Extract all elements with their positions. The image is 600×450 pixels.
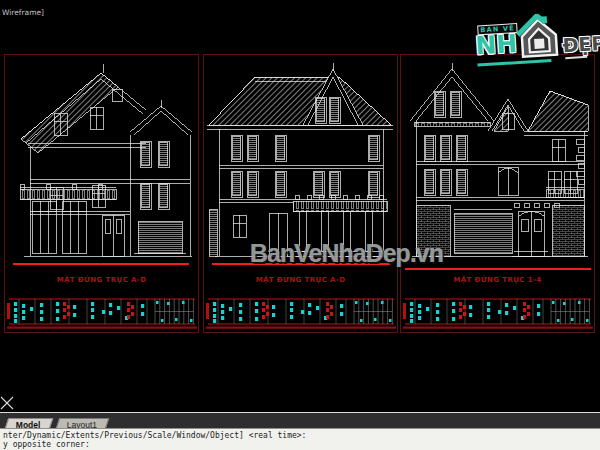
logo-house-icon <box>515 12 562 61</box>
logo-suffix-text: ĐẸP <box>562 32 600 57</box>
watermark-text: BanVeNhaDep.vn <box>250 239 443 268</box>
house-elevation-3 <box>402 59 592 261</box>
house-1-linework <box>20 64 192 256</box>
viewport-control-label: Wireframe] <box>2 8 44 17</box>
balustrade <box>293 201 387 211</box>
roof-hatch <box>209 77 391 125</box>
side-stair <box>209 209 217 256</box>
drawing-title-3: MẶT ĐỨNG TRỤC 1-4 <box>401 276 594 284</box>
drawing-panel-2[interactable]: MẶT ĐỨNG TRỤC A-D <box>203 54 398 333</box>
dentil-trim <box>414 122 490 126</box>
drawing-panel-1[interactable]: MẶT ĐỨNG TRỤC A-D <box>4 54 199 333</box>
dimension-strip-graphic <box>403 296 593 330</box>
ground-line <box>13 263 189 265</box>
drawing-panel-3[interactable]: MẶT ĐỨNG TRỤC 1-4 <box>400 54 595 333</box>
ground-line <box>405 268 591 270</box>
drawing-title-1: MẶT ĐỨNG TRỤC A-D <box>5 276 198 284</box>
drawing-title-2: MẶT ĐỨNG TRỤC A-D <box>204 276 397 284</box>
logo-main-text: NH <box>474 29 518 61</box>
dimension-strip-1 <box>7 296 197 330</box>
command-line-1: nter/Dynamic/Extents/Previous/Scale/Wind… <box>3 431 600 440</box>
command-line-panel[interactable]: nter/Dynamic/Extents/Previous/Scale/Wind… <box>0 428 600 450</box>
tab-bar: Model Layout1 <box>0 412 600 428</box>
roller-door <box>138 221 182 253</box>
logo-underline-2 <box>565 56 587 59</box>
dimension-strip-graphic <box>206 296 396 330</box>
roof-hatch <box>528 91 588 131</box>
garage-door <box>454 213 512 253</box>
house-elevation-2 <box>205 59 395 261</box>
crosshair-cursor-icon <box>0 396 16 412</box>
dimension-strip-graphic <box>7 296 197 330</box>
dimension-strip-3 <box>403 296 593 330</box>
house-3-linework <box>410 63 588 256</box>
house-2-linework <box>207 63 393 256</box>
balcony-railing <box>20 189 116 199</box>
cad-canvas[interactable]: Wireframe] <box>0 0 600 450</box>
logo-underline <box>477 59 551 67</box>
house-elevation-1 <box>6 59 196 261</box>
brand-logo: BẢN VẼ NH ĐẸP <box>468 5 599 71</box>
brick-pier <box>552 205 584 256</box>
roof-hatch <box>21 73 118 153</box>
dimension-strip-2 <box>206 296 396 330</box>
command-line-2[interactable]: y opposite corner: <box>3 440 600 449</box>
